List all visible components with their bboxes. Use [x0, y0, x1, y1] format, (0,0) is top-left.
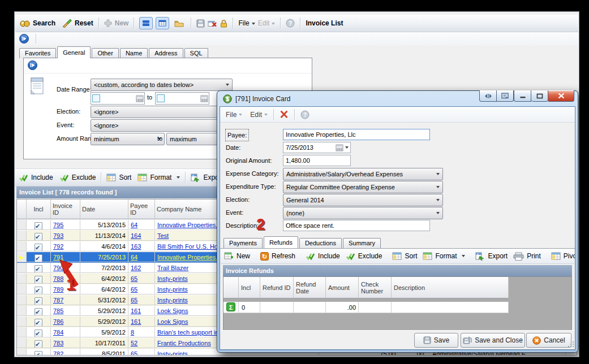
- payee-input[interactable]: Innovative Properties, Llc: [283, 129, 430, 140]
- close-button[interactable]: [548, 90, 574, 102]
- save-and-close-button[interactable]: Save and Close: [461, 333, 525, 348]
- row-checkbox[interactable]: ✔: [35, 244, 42, 252]
- file-menu[interactable]: File: [238, 19, 255, 27]
- edit-menu[interactable]: Edit: [258, 19, 276, 27]
- new-button[interactable]: New: [115, 19, 129, 27]
- date-input[interactable]: 7/25/2013: [283, 142, 351, 153]
- col-check-number[interactable]: Check Number: [359, 277, 392, 298]
- refund-format-button[interactable]: Format: [435, 252, 457, 260]
- invoice-id-link[interactable]: 785: [51, 306, 80, 316]
- invoice-id-link[interactable]: 793: [51, 231, 80, 241]
- maximize-button[interactable]: [531, 90, 548, 102]
- payee-id-link[interactable]: 52: [128, 338, 155, 348]
- advanced-nav-icon[interactable]: [28, 60, 37, 70]
- tab-summary[interactable]: Summary: [343, 238, 381, 248]
- refund-print-button[interactable]: Print: [527, 252, 541, 260]
- expense-category-select[interactable]: Administrative/Salary/Overhead Expenses: [283, 168, 443, 180]
- tab-refunds[interactable]: Refunds: [264, 236, 298, 248]
- compare-button[interactable]: [479, 90, 497, 102]
- date-from-checkbox[interactable]: [92, 94, 100, 102]
- row-checkbox[interactable]: ✔: [35, 297, 42, 305]
- payee-id-link[interactable]: 64: [128, 220, 155, 230]
- refund-exclude-button[interactable]: Exclude: [358, 252, 382, 260]
- tab-payments[interactable]: Payments: [223, 238, 263, 248]
- payee-id-link[interactable]: 164: [128, 231, 155, 241]
- col-invoice-id[interactable]: Invoice ID: [51, 200, 80, 219]
- tab-other[interactable]: Other: [92, 48, 119, 58]
- description-input[interactable]: Office space rent.: [283, 220, 430, 231]
- row-selector[interactable]: [17, 274, 27, 284]
- save-icon[interactable]: [196, 19, 205, 28]
- tab-general[interactable]: General: [57, 46, 91, 58]
- help-icon[interactable]: ?: [300, 110, 309, 119]
- payee-id-link[interactable]: 65: [128, 295, 155, 305]
- invoice-id-link[interactable]: 784: [51, 327, 80, 337]
- calendar-icon[interactable]: [200, 95, 208, 102]
- row-checkbox[interactable]: ✔: [35, 308, 42, 316]
- refund-export-button[interactable]: Export: [488, 252, 508, 260]
- dialog-edit-menu[interactable]: Edit: [250, 111, 268, 119]
- payee-id-link[interactable]: 163: [128, 241, 155, 252]
- refund-include-button[interactable]: Include: [318, 252, 340, 260]
- row-selector[interactable]: [17, 338, 27, 348]
- save-button[interactable]: Save: [414, 333, 458, 348]
- date-range-select[interactable]: <custom, according to dates below>: [91, 79, 233, 91]
- format-button[interactable]: Format: [150, 174, 171, 181]
- row-checkbox[interactable]: ✔: [35, 319, 42, 327]
- payee-id-link[interactable]: 161: [128, 306, 155, 316]
- invoice-id-link[interactable]: 786: [51, 317, 80, 327]
- row-checkbox[interactable]: ✔: [35, 330, 42, 337]
- col-description[interactable]: Description: [392, 277, 509, 298]
- resize-grip[interactable]: [567, 341, 574, 348]
- payee-id-link[interactable]: 65: [128, 349, 155, 356]
- date-from-input[interactable]: [91, 92, 145, 105]
- sort-button[interactable]: Sort: [119, 174, 131, 181]
- dialog-titlebar[interactable]: $ [791] Invoice Card: [223, 94, 290, 103]
- date-to-input[interactable]: [155, 92, 209, 105]
- help-icon[interactable]: ?: [286, 19, 295, 28]
- delete-record-icon[interactable]: [280, 110, 289, 119]
- tab-favorites[interactable]: Favorites: [19, 48, 56, 58]
- col-incl[interactable]: Incl: [27, 200, 51, 219]
- refund-pivot-button[interactable]: Pivot: [564, 252, 575, 260]
- refund-new-button[interactable]: New: [237, 252, 250, 260]
- invoice-id-link[interactable]: 795: [51, 220, 80, 230]
- lock-icon[interactable]: [220, 19, 227, 28]
- amount-min-select[interactable]: minimum: [91, 133, 165, 145]
- invoice-id-link[interactable]: 783: [51, 338, 80, 348]
- row-selector[interactable]: [17, 241, 27, 252]
- tab-deductions[interactable]: Deductions: [299, 238, 342, 248]
- row-selector[interactable]: ▶: [17, 252, 27, 262]
- row-checkbox[interactable]: ✔: [35, 265, 42, 273]
- col-payee-id[interactable]: Payee ID: [128, 200, 155, 219]
- row-checkbox[interactable]: ✔: [35, 340, 42, 348]
- exclude-button[interactable]: Exclude: [72, 174, 96, 181]
- row-selector[interactable]: [17, 263, 27, 273]
- folder-button[interactable]: [172, 17, 186, 29]
- payee-id-link[interactable]: 8: [128, 327, 155, 337]
- row-checkbox[interactable]: ✔: [35, 276, 42, 284]
- tab-name[interactable]: Name: [120, 48, 148, 58]
- row-selector[interactable]: [17, 284, 27, 294]
- col-date[interactable]: Date: [80, 200, 128, 219]
- row-checkbox[interactable]: ✔: [35, 287, 42, 294]
- advanced-nav-icon[interactable]: [19, 34, 29, 44]
- invoice-id-link[interactable]: 782: [51, 349, 80, 356]
- payee-id-link[interactable]: 65: [128, 274, 155, 284]
- row-checkbox[interactable]: ✔: [35, 233, 42, 241]
- cancel-button[interactable]: Cancel: [526, 333, 571, 348]
- payee-id-link[interactable]: 64: [128, 252, 155, 262]
- event-select[interactable]: (none): [283, 207, 443, 219]
- row-selector[interactable]: [17, 317, 27, 327]
- row-checkbox[interactable]: ✔: [35, 351, 42, 356]
- row-checkbox[interactable]: ✔: [35, 254, 42, 262]
- expenditure-type-select[interactable]: Regular Committee Operating Expense: [283, 181, 443, 193]
- tab-address[interactable]: Address: [149, 48, 183, 58]
- refund-refresh-button[interactable]: Refresh: [272, 252, 295, 260]
- payee-id-link[interactable]: 161: [128, 317, 155, 327]
- payee-id-link[interactable]: 65: [128, 284, 155, 294]
- refund-sort-button[interactable]: Sort: [405, 252, 417, 260]
- tab-sql[interactable]: SQL: [184, 48, 208, 58]
- invoice-id-link[interactable]: 787: [51, 295, 80, 305]
- row-selector[interactable]: [17, 295, 27, 305]
